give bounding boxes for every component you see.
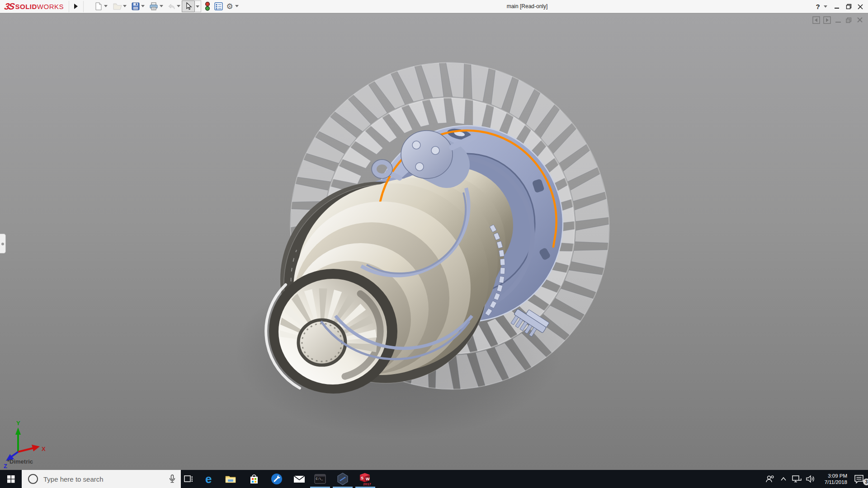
doc-minimize-icon xyxy=(835,16,841,24)
open-folder-icon xyxy=(113,2,122,10)
doc-minimize-button[interactable] xyxy=(834,16,842,24)
hexagon-app-button[interactable] xyxy=(332,470,353,488)
restore-icon xyxy=(846,4,852,9)
edge-icon: e xyxy=(203,473,215,485)
print-button[interactable] xyxy=(149,1,159,11)
solidworks-taskbar-button[interactable]: S W 2017 xyxy=(355,470,376,488)
tray-time: 3:09 PM xyxy=(819,473,847,479)
file-explorer-button[interactable] xyxy=(220,470,241,488)
svg-text:S: S xyxy=(361,476,363,480)
save-floppy-icon xyxy=(132,2,140,10)
windows-logo-icon xyxy=(7,475,15,483)
solidworks-logo-mark: 3S xyxy=(4,1,15,12)
print-dropdown[interactable] xyxy=(160,5,163,7)
close-button[interactable] xyxy=(854,1,866,13)
mail-button[interactable] xyxy=(289,470,310,488)
svg-text:C:\_: C:\_ xyxy=(316,478,323,481)
flyout-arrow-icon xyxy=(74,4,78,9)
network-button[interactable] xyxy=(790,470,804,488)
wrench-circle-icon xyxy=(271,473,283,485)
print-icon xyxy=(149,2,158,10)
document-window-controls xyxy=(812,16,863,24)
doc-close-button[interactable] xyxy=(856,16,863,24)
new-document-dropdown[interactable] xyxy=(104,5,108,7)
volume-button[interactable] xyxy=(804,470,817,488)
solidworks-logo: 3S SOLIDWORKS xyxy=(5,2,64,11)
doc-close-icon xyxy=(857,16,863,24)
svg-text:e: e xyxy=(205,473,212,485)
undo-arrow-icon xyxy=(167,2,176,10)
svg-text:W: W xyxy=(366,477,370,481)
view-orientation-label: *Dimetric xyxy=(7,458,33,465)
new-document-icon xyxy=(94,2,103,10)
triad-y-label: Y xyxy=(16,420,20,427)
minimize-icon xyxy=(834,4,840,9)
people-button[interactable] xyxy=(763,470,777,488)
save-dropdown[interactable] xyxy=(141,5,145,7)
help-dropdown[interactable] xyxy=(824,5,827,8)
taskbar-search[interactable] xyxy=(22,470,181,488)
caret-icon xyxy=(196,5,199,8)
start-button[interactable] xyxy=(0,470,22,488)
evaluate-panel-button[interactable] xyxy=(213,1,223,11)
solidworks-titlebar: 3S SOLIDWORKS xyxy=(0,0,868,13)
solidworks-app-icon: S W 2017 xyxy=(359,472,372,486)
pane-collapse-left-button[interactable] xyxy=(812,16,820,24)
svg-text:2017: 2017 xyxy=(363,482,371,486)
select-tool-button[interactable] xyxy=(182,0,195,12)
undo-button[interactable] xyxy=(166,1,176,11)
doc-restore-button[interactable] xyxy=(845,16,853,24)
list-panel-icon xyxy=(214,2,223,10)
graphics-area[interactable]: Y X Z xyxy=(0,14,868,470)
search-input[interactable] xyxy=(43,475,169,483)
pane-collapse-right-button[interactable] xyxy=(823,16,831,24)
hub-cap xyxy=(298,320,345,365)
help-button[interactable]: ? xyxy=(812,1,824,13)
microphone-icon[interactable] xyxy=(169,474,175,483)
minimize-button[interactable] xyxy=(831,1,843,13)
tray-date: 7/11/2018 xyxy=(819,479,847,485)
command-prompt-icon: C:\_ xyxy=(314,474,326,484)
pane-right-icon xyxy=(823,16,831,24)
open-button[interactable] xyxy=(113,1,123,11)
jet-engine-model[interactable]: Y X Z xyxy=(0,14,868,470)
tray-clock[interactable]: 3:09 PM 7/11/2018 xyxy=(819,473,847,485)
feature-manager-tab[interactable] xyxy=(0,234,6,253)
store-button[interactable] xyxy=(244,470,264,488)
mail-icon xyxy=(293,474,305,483)
save-button[interactable] xyxy=(131,1,141,11)
options-button[interactable]: ⚙ xyxy=(225,1,235,11)
get-help-button[interactable] xyxy=(266,470,287,488)
toolbar-separator xyxy=(83,1,84,12)
edge-taskbar-button[interactable]: e xyxy=(199,470,220,488)
toolbar-flyout-button[interactable] xyxy=(70,0,82,12)
speaker-icon xyxy=(806,475,815,483)
traffic-light-button[interactable] xyxy=(203,1,212,11)
toolbar-separator xyxy=(69,1,69,12)
action-center-button[interactable]: 3 xyxy=(850,470,868,488)
gear-icon: ⚙ xyxy=(226,3,233,10)
windows-taskbar: e xyxy=(0,470,868,488)
close-icon xyxy=(858,4,863,9)
restore-button[interactable] xyxy=(843,1,854,13)
triad-x-label: X xyxy=(42,446,46,452)
desktop: 3S SOLIDWORKS xyxy=(0,0,868,488)
traffic-light-icon xyxy=(204,2,211,11)
cursor-icon xyxy=(185,2,192,10)
options-dropdown[interactable] xyxy=(235,5,239,7)
triad-z-label: Z xyxy=(4,463,7,469)
new-document-button[interactable] xyxy=(94,1,104,11)
hidden-icons-button[interactable] xyxy=(777,470,790,488)
cortana-icon xyxy=(28,474,38,484)
tab-handle-icon xyxy=(1,243,4,245)
select-tool-dropdown[interactable] xyxy=(194,0,201,12)
chevron-up-icon xyxy=(780,477,787,481)
notification-badge: 3 xyxy=(863,479,868,485)
open-dropdown[interactable] xyxy=(123,5,127,7)
task-view-button[interactable] xyxy=(178,470,199,488)
undo-dropdown[interactable] xyxy=(177,5,180,7)
people-icon xyxy=(765,475,774,483)
system-tray: 3:09 PM 7/11/2018 3 xyxy=(763,470,868,488)
pane-left-icon xyxy=(812,16,820,24)
command-prompt-button[interactable]: C:\_ xyxy=(310,470,330,488)
